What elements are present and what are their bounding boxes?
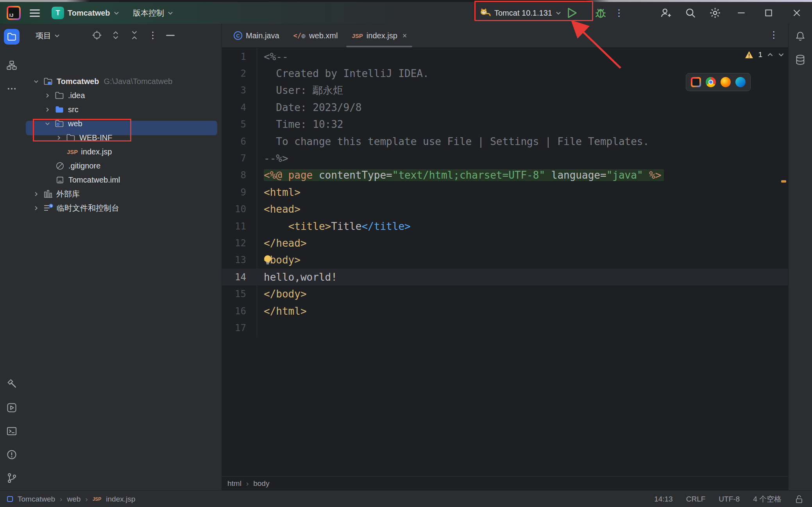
- project-widget[interactable]: T Tomcatweb: [52, 2, 119, 24]
- search-icon: [685, 7, 696, 19]
- problems-tool-window-button[interactable]: [4, 447, 20, 462]
- folder-icon: [7, 32, 17, 42]
- locate-file-button[interactable]: [92, 30, 102, 40]
- caret-position[interactable]: 14:13: [654, 495, 673, 503]
- intellij-idea-logo-icon: IJ: [7, 6, 21, 20]
- tree-item-gitignore[interactable]: .gitignore: [55, 159, 100, 173]
- breadcrumb-html[interactable]: html: [227, 479, 241, 488]
- hide-panel-button[interactable]: [166, 35, 175, 36]
- search-everywhere-button[interactable]: [685, 2, 696, 24]
- tree-item-external-libraries[interactable]: 外部库: [34, 187, 80, 201]
- collapse-all-button[interactable]: [129, 30, 140, 40]
- scrollbar-warning-mark[interactable]: [781, 180, 786, 183]
- scratches-icon: [43, 204, 53, 213]
- window-minimize-button[interactable]: [736, 2, 746, 24]
- build-tool-window-button[interactable]: [4, 376, 20, 392]
- unlocked-icon[interactable]: [795, 494, 803, 504]
- tree-item-tomcatweb-iml[interactable]: Tomcatweb.iml: [55, 173, 120, 187]
- project-view-selector[interactable]: 项目: [36, 30, 60, 41]
- annotation-red-box-index-jsp: [33, 119, 131, 142]
- debug-button[interactable]: [595, 2, 606, 24]
- inspections-widget[interactable]: 1: [745, 50, 784, 59]
- tree-item-scratches[interactable]: 临时文件和控制台: [34, 201, 119, 215]
- folder-icon: [55, 91, 64, 100]
- project-folder-icon: [43, 77, 53, 86]
- terminal-tool-window-button[interactable]: [4, 423, 20, 439]
- window-maximize-button[interactable]: [764, 2, 774, 24]
- app-logo[interactable]: IJ: [7, 2, 21, 24]
- panel-options-button[interactable]: ⋮: [148, 30, 157, 40]
- status-crumb-project[interactable]: Tomcatweb: [18, 495, 55, 503]
- project-view-title: 项目: [36, 30, 51, 41]
- gear-icon: [709, 7, 721, 19]
- hammer-icon: [6, 379, 17, 390]
- project-tool-window-button[interactable]: [4, 29, 20, 45]
- indent-setting[interactable]: 4 个空格: [753, 494, 782, 504]
- status-bar: Tomcatweb › web › JSP index.jsp 14:13 CR…: [0, 490, 812, 507]
- status-crumb-web[interactable]: web: [67, 495, 80, 503]
- database-tool-window-button[interactable]: [792, 52, 808, 68]
- version-control-tool-window-button[interactable]: [4, 470, 20, 486]
- warning-count: 1: [758, 50, 762, 59]
- database-icon: [795, 54, 806, 65]
- chevron-collapsed-icon: [34, 192, 38, 197]
- tree-item-src[interactable]: src: [45, 102, 79, 116]
- idea-browser-icon[interactable]: [691, 77, 701, 87]
- line-separator[interactable]: CRLF: [686, 495, 706, 503]
- firefox-browser-icon[interactable]: [721, 77, 731, 87]
- window-close-button[interactable]: [792, 2, 802, 24]
- jsp-file-icon: JSP: [93, 496, 102, 502]
- breadcrumb-separator: ›: [246, 479, 249, 488]
- edge-browser-icon[interactable]: [735, 77, 746, 87]
- tree-item-label: .idea: [68, 91, 85, 100]
- file-encoding[interactable]: UTF-8: [719, 495, 740, 503]
- settings-button[interactable]: [709, 2, 721, 24]
- tab-close-icon[interactable]: ×: [402, 31, 407, 40]
- chevron-expanded-icon: [34, 80, 39, 83]
- code-lines[interactable]: 1<%--2 Created by IntelliJ IDEA.3 User: …: [222, 48, 788, 337]
- tree-item-idea[interactable]: .idea: [45, 88, 85, 102]
- chrome-browser-icon[interactable]: [706, 77, 716, 87]
- expand-all-button[interactable]: [111, 30, 121, 40]
- tab-web-xml[interactable]: </ web.xml: [286, 24, 345, 47]
- tree-item-label: index.jsp: [81, 147, 112, 156]
- add-user-icon: [660, 7, 671, 19]
- tab-main-java[interactable]: C Main.java: [227, 24, 286, 47]
- bug-icon: [595, 7, 606, 19]
- next-problem-chevron-icon[interactable]: [778, 53, 784, 57]
- terminal-icon: [6, 426, 17, 437]
- services-tool-window-button[interactable]: [4, 400, 20, 416]
- tab-index-jsp[interactable]: JSP index.jsp ×: [345, 24, 414, 47]
- code-with-me-button[interactable]: [660, 2, 671, 24]
- status-crumb-file[interactable]: index.jsp: [106, 495, 135, 503]
- tree-item-label: src: [68, 105, 79, 114]
- problems-icon: [6, 449, 17, 460]
- main-menu-button[interactable]: [30, 2, 40, 24]
- more-actions-button[interactable]: ⋮: [614, 2, 624, 24]
- tab-options-button[interactable]: ⋮: [769, 30, 778, 39]
- chevron-down-icon: [168, 11, 173, 15]
- intention-bulb-icon[interactable]: [263, 254, 273, 265]
- titlebar: IJ T Tomcatweb 版本控制 Tomcat 10.1.131: [0, 2, 812, 24]
- ignored-file-icon: [55, 161, 64, 170]
- web-xml-icon: </: [293, 32, 306, 39]
- chevron-down-icon: [54, 34, 60, 38]
- notifications-button[interactable]: [792, 29, 808, 44]
- project-avatar: T: [52, 7, 64, 19]
- tree-item-tomcatweb-root[interactable]: Tomcatweb G:\Java\Tomcatweb: [34, 74, 172, 88]
- tab-label: web.xml: [309, 31, 338, 40]
- close-icon: [792, 8, 802, 18]
- breadcrumb-body[interactable]: body: [253, 479, 269, 488]
- structure-tool-window-button[interactable]: [4, 57, 20, 73]
- project-panel-header: 项目 ⋮: [24, 24, 222, 47]
- prev-problem-chevron-icon[interactable]: [767, 53, 773, 57]
- maximize-icon: [764, 8, 774, 18]
- structure-icon: [6, 60, 17, 71]
- annotation-red-box-run-config: [474, 1, 593, 21]
- open-in-browser-toolbar: [686, 73, 751, 91]
- vcs-widget[interactable]: 版本控制: [133, 2, 173, 24]
- warning-icon: [745, 51, 753, 59]
- more-tool-windows-button[interactable]: [4, 81, 20, 97]
- tree-item-index-jsp[interactable]: JSP index.jsp: [67, 145, 112, 159]
- tree-item-path: G:\Java\Tomcatweb: [104, 77, 173, 86]
